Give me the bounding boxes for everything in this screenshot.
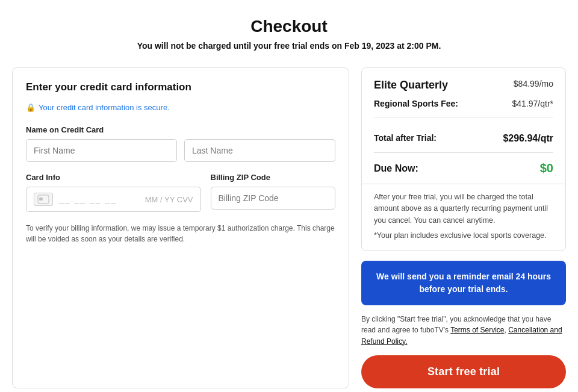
page-subtitle: You will not be charged until your free … [12, 41, 566, 51]
due-now-row: Due Now: $0 [362, 153, 565, 184]
plan-name: Elite Quarterly [374, 79, 448, 92]
card-expiry-cvv-label: MM / YY CVV [145, 195, 193, 204]
trial-info-box: After your free trial, you will be charg… [362, 184, 565, 250]
first-name-input[interactable] [26, 139, 177, 162]
total-after-trial-value: $296.94/qtr [503, 133, 553, 144]
due-now-value: $0 [540, 161, 553, 175]
credit-card-form-title: Enter your credit card information [26, 81, 191, 93]
total-after-trial-label: Total after Trial: [374, 133, 437, 144]
card-billing-row: Card Info __ __ __ __ MM / YY CVV [26, 173, 335, 212]
due-now-label: Due Now: [374, 163, 418, 174]
billing-zip-section: Billing ZIP Code [211, 173, 336, 212]
card-number-placeholder: __ __ __ __ [59, 194, 139, 204]
plan-row: Elite Quarterly $84.99/mo [374, 79, 553, 92]
order-summary-panel: Elite Quarterly $84.99/mo Regional Sport… [361, 67, 566, 388]
name-row [26, 139, 335, 162]
asterisk-note: *Your plan includes exclusive local spor… [374, 230, 553, 241]
page-title: Checkout [12, 17, 566, 36]
billing-zip-label: Billing ZIP Code [211, 173, 336, 182]
billing-zip-input[interactable] [211, 187, 336, 210]
terms-of-service-link[interactable]: Terms of Service [450, 326, 504, 334]
regional-sports-fee-row: Regional Sports Fee: $41.97/qtr* [374, 99, 553, 117]
secure-badge[interactable]: 🔒 Your credit card information is secure… [26, 103, 170, 112]
left-panel-header: Enter your credit card information 🔒 You… [26, 81, 335, 112]
card-info-label: Card Info [26, 173, 201, 182]
reminder-text: We will send you a reminder email 24 hou… [376, 272, 551, 294]
last-name-input[interactable] [184, 139, 335, 162]
regional-sports-fee-value: $41.97/qtr* [512, 99, 554, 108]
start-free-trial-button[interactable]: Start free trial [361, 355, 566, 388]
verification-note: To verify your billing information, we m… [26, 223, 335, 244]
name-on-card-label: Name on Credit Card [26, 125, 335, 134]
lock-icon: 🔒 [26, 103, 36, 112]
reminder-box: We will send you a reminder email 24 hou… [361, 261, 566, 305]
card-chip-icon [34, 193, 53, 206]
order-summary-box: Elite Quarterly $84.99/mo Regional Sport… [361, 67, 566, 251]
trial-info-text: After your free trial, you will be charg… [374, 191, 553, 226]
plan-price: $84.99/mo [514, 79, 553, 89]
credit-card-form-panel: Enter your credit card information 🔒 You… [12, 67, 349, 388]
secure-label: Your credit card information is secure. [39, 103, 170, 112]
legal-text: By clicking "Start free trial", you ackn… [361, 314, 566, 347]
total-row: Total after Trial: $296.94/qtr [374, 125, 553, 153]
card-info-section: Card Info __ __ __ __ MM / YY CVV [26, 173, 201, 212]
regional-sports-fee-label: Regional Sports Fee: [374, 99, 458, 108]
card-input-wrapper[interactable]: __ __ __ __ MM / YY CVV [26, 187, 201, 212]
